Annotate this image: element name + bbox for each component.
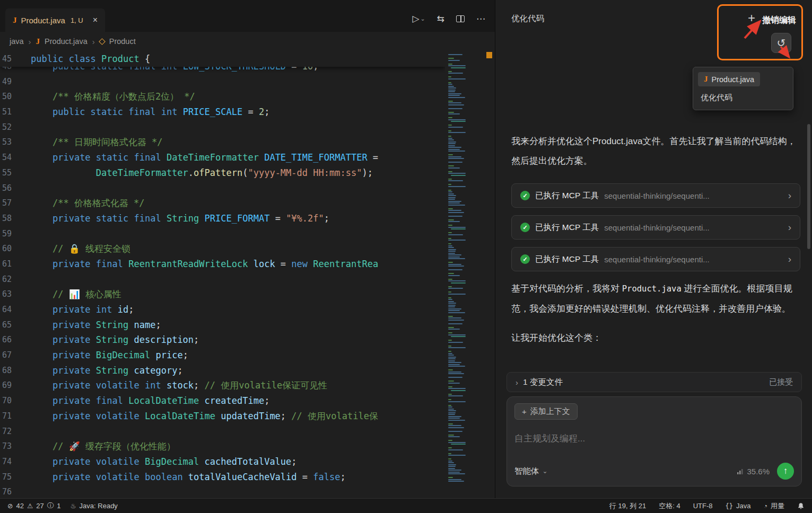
assistant-message-2: 基于对代码的分析，我将对 Product.java 进行全面优化。根据项目规范，… (511, 279, 800, 319)
run-dropdown-icon[interactable]: ⌄ (421, 15, 425, 22)
line-number: 72 (0, 424, 31, 439)
code-line[interactable]: 59 (0, 226, 445, 242)
breadcrumb-file[interactable]: Product.java (45, 37, 88, 46)
success-check-icon: ✓ (520, 191, 530, 200)
chevron-right-icon: › (788, 253, 791, 265)
breadcrumb-separator: › (92, 37, 95, 46)
line-number: 68 (0, 363, 31, 378)
tab-bar: J Product.java 1, U × ▷ ⌄ ⇆ ⋯ (0, 0, 495, 32)
tool-detail: sequential-thinking/sequenti... (604, 255, 782, 264)
language-mode[interactable]: {} Java (726, 502, 751, 510)
context-usage: 35.6% (737, 467, 770, 476)
mcp-tool-row[interactable]: ✓ 已执行 MCP 工具 sequential-thinking/sequent… (511, 183, 800, 208)
code-line[interactable]: 70 private final LocalDateTime createdTi… (0, 393, 445, 409)
code-line[interactable]: 50 /** 价格精度（小数点后2位） */ (0, 89, 445, 104)
code-line[interactable]: 45public class Product { (0, 51, 445, 67)
popup-file-item[interactable]: J Product.java (698, 72, 760, 86)
overview-ruler[interactable] (484, 51, 495, 498)
chevron-right-icon: › (788, 190, 791, 201)
code-line[interactable]: 72 (0, 424, 445, 439)
code-line[interactable]: 52 (0, 120, 445, 135)
problems-indicator[interactable]: ⊘ 42 ⚠ 27 ⓘ 1 (7, 501, 60, 510)
code-line[interactable]: 55 DateTimeFormatter.ofPattern("yyyy-MM-… (0, 165, 445, 181)
line-number: 53 (0, 135, 31, 150)
sticky-scroll-line[interactable]: 45public class Product { (0, 51, 445, 67)
undo-icon: ↺ (777, 37, 786, 49)
usage-item[interactable]: ◔ 用量 (763, 501, 784, 511)
code-line[interactable]: 62 (0, 272, 445, 287)
code-line[interactable]: 75 private volatile boolean totalValueCa… (0, 470, 445, 485)
cursor-position[interactable]: 行 19, 列 21 (609, 501, 646, 511)
tool-status: 已执行 MCP 工具 (535, 222, 599, 233)
add-context-button[interactable]: + 添加上下文 (514, 403, 578, 420)
send-arrow-icon: ↑ (783, 466, 788, 476)
line-number: 62 (0, 272, 31, 287)
code-line[interactable]: 54 private static final DateTimeFormatte… (0, 150, 445, 165)
code-line[interactable]: 58 private static final String PRICE_FOR… (0, 211, 445, 226)
code-line[interactable]: 76 (0, 484, 445, 498)
mcp-tool-row[interactable]: ✓ 已执行 MCP 工具 sequential-thinking/sequent… (511, 247, 800, 271)
context-popup: J Product.java 优化代码 (693, 67, 793, 110)
class-symbol-icon (99, 38, 106, 45)
mcp-tool-row[interactable]: ✓ 已执行 MCP 工具 sequential-thinking/sequent… (511, 215, 800, 240)
run-button[interactable]: ▷ ⌄ (412, 13, 425, 24)
overview-ruler-marker (486, 52, 492, 58)
send-button[interactable]: ↑ (777, 463, 794, 480)
java-server-status[interactable]: ♨ Java: Ready (70, 502, 117, 510)
line-number: 51 (0, 104, 31, 120)
code-line[interactable]: 53 /** 日期时间格式化器 */ (0, 135, 445, 150)
line-number: 67 (0, 348, 31, 363)
breadcrumb-class[interactable]: Product (109, 37, 136, 46)
code-area[interactable]: 48 public static final int LOW_STOCK_THR… (0, 51, 445, 498)
code-line[interactable]: 73 // 🚀 缓存字段（优化性能） (0, 439, 445, 454)
code-line[interactable]: 67 private BigDecimal price; (0, 348, 445, 363)
split-editor-icon[interactable] (456, 15, 465, 22)
agent-selector[interactable]: 智能体 ⌄ (514, 466, 548, 477)
minimap[interactable] (445, 51, 484, 498)
tab-label: Product.java (21, 16, 65, 25)
breadcrumb: java › J Product.java › Product (0, 32, 495, 51)
panel-scrollbar-thumb[interactable] (807, 124, 810, 249)
code-line[interactable]: 57 /** 价格格式化器 */ (0, 196, 445, 211)
line-number: 71 (0, 409, 31, 424)
code-line[interactable]: 56 (0, 181, 445, 196)
code-line[interactable]: 68 private String category; (0, 363, 445, 378)
code-line[interactable]: 69 private volatile int stock; // 使用vola… (0, 378, 445, 393)
close-tab-icon[interactable]: × (93, 15, 98, 25)
compare-changes-icon[interactable]: ⇆ (437, 13, 444, 24)
code-line[interactable]: 74 private volatile BigDecimal cachedTot… (0, 454, 445, 470)
code-line[interactable]: 49 (0, 74, 445, 90)
indentation-setting[interactable]: 空格: 4 (659, 501, 680, 511)
popup-action-item[interactable]: 优化代码 (698, 86, 788, 105)
editor-actions: ▷ ⌄ ⇆ ⋯ (412, 13, 485, 24)
chevron-right-icon: › (516, 378, 518, 387)
code-line[interactable]: 71 private volatile LocalDateTime update… (0, 409, 445, 424)
code-line[interactable]: 64 private int id; (0, 302, 445, 317)
new-chat-button[interactable]: + (748, 11, 755, 25)
code-line[interactable]: 66 private String description; (0, 332, 445, 348)
more-actions-icon[interactable]: ⋯ (476, 13, 485, 24)
code-line[interactable]: 61 private final ReentrantReadWriteLock … (0, 256, 445, 272)
encoding-setting[interactable]: UTF-8 (693, 502, 713, 510)
tool-status: 已执行 MCP 工具 (535, 254, 599, 265)
code-line[interactable]: 63 // 📊 核心属性 (0, 287, 445, 302)
line-number: 70 (0, 393, 31, 409)
line-number: 60 (0, 241, 31, 256)
undo-edit-button[interactable]: ↺ (771, 33, 791, 53)
assistant-message-3: 让我开始优化这个类： (511, 328, 800, 348)
tab-product-java[interactable]: J Product.java 1, U × (5, 8, 105, 32)
annotation-highlight-box (717, 4, 803, 60)
code-line[interactable]: 51 public static final int PRICE_SCALE =… (0, 104, 445, 120)
code-line[interactable]: 65 private String name; (0, 317, 445, 333)
success-check-icon: ✓ (520, 254, 530, 264)
code-line[interactable]: 60 // 🔒 线程安全锁 (0, 241, 445, 256)
chevron-down-icon: ⌄ (543, 467, 548, 475)
changed-files-row[interactable]: › 1 变更文件 已接受 (507, 372, 802, 392)
notifications-bell[interactable] (797, 502, 805, 510)
composer-input[interactable]: 自主规划及编程... (514, 432, 794, 445)
line-number: 66 (0, 332, 31, 348)
run-icon: ▷ (412, 13, 419, 24)
line-number: 65 (0, 317, 31, 333)
line-number: 49 (0, 74, 31, 90)
breadcrumb-java[interactable]: java (10, 37, 24, 46)
